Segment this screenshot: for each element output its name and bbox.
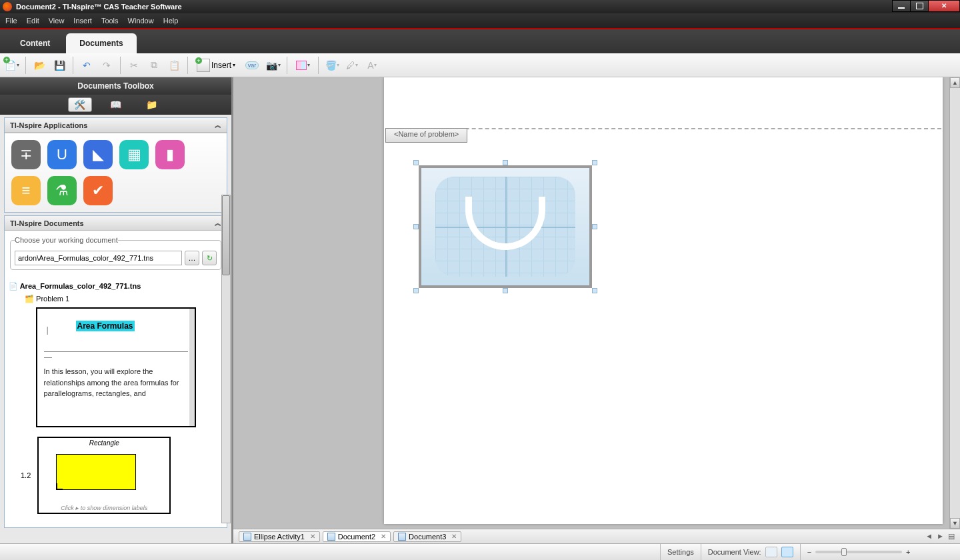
doc-path-input[interactable] <box>15 251 182 265</box>
menu-window[interactable]: Window <box>128 17 154 25</box>
menu-tools[interactable]: Tools <box>101 17 119 25</box>
paste-button[interactable]: 📋 <box>166 57 182 73</box>
problem-node[interactable]: 🗂️ Problem 1 <box>25 295 223 303</box>
scrollbar-thumb[interactable] <box>222 195 230 275</box>
tab-prev-button[interactable]: ◄ <box>925 532 933 541</box>
maximize-button[interactable] <box>910 0 929 12</box>
undo-button[interactable]: ↶ <box>79 57 95 73</box>
doc-tab-label: Document3 <box>409 533 446 541</box>
thumb-caption: Click ▸ to show dimension labels <box>39 505 169 511</box>
fill-color-button[interactable]: 🪣▾ <box>324 57 340 73</box>
scroll-down-button[interactable]: ▼ <box>950 518 960 529</box>
variables-button[interactable]: var <box>243 57 261 73</box>
page-thumbnail-1-2[interactable]: Rectangle Click ▸ to show dimension labe… <box>37 437 171 514</box>
documents-toolbox-panel: Documents Toolbox 🛠️ 📖 📁 TI-Nspire Appli… <box>0 77 233 543</box>
redo-button[interactable]: ↷ <box>99 57 115 73</box>
screen-capture-button[interactable]: 📷▾ <box>265 57 281 73</box>
close-tab-button[interactable]: ✕ <box>310 533 315 540</box>
section-applications-title: TI-Nspire Applications <box>10 121 87 129</box>
tab-next-button[interactable]: ► <box>937 532 944 541</box>
calculator-icon[interactable]: ∓ <box>11 140 41 169</box>
data-stats-icon[interactable]: ▮ <box>155 140 185 169</box>
layout-button[interactable]: ▾ <box>293 57 313 73</box>
menu-edit[interactable]: Edit <box>27 17 39 25</box>
resize-handle-ne[interactable] <box>592 160 597 165</box>
thumb-shape-label: Rectangle <box>39 438 169 448</box>
toolbox-tab-content[interactable]: 📁 <box>140 97 164 112</box>
doc-tab-label: Ellipse Activity1 <box>254 533 305 541</box>
toolbar: +📄▾ 📂 💾 ↶ ↷ ✂ ⧉ 📋 + Insert ▾ var 📷▾ ▾ 🪣▾… <box>0 53 960 77</box>
vernier-icon[interactable]: ⚗ <box>47 176 77 205</box>
problem-name-tab[interactable]: <Name of problem> <box>385 128 467 143</box>
geometry-icon[interactable]: ◣ <box>83 140 113 169</box>
document-tree: 📄 Area_Formulas_color_492_771.tns 🗂️ Pro… <box>5 275 227 527</box>
view-computer-button[interactable] <box>781 547 793 557</box>
document-icon <box>398 533 406 541</box>
open-doc-button[interactable]: 📂 <box>31 57 47 73</box>
close-button[interactable] <box>928 0 960 12</box>
document-view-segment: Document View: <box>701 544 800 560</box>
resize-handle-sw[interactable] <box>413 288 419 293</box>
minimize-button[interactable] <box>892 0 911 12</box>
resize-handle-nw[interactable] <box>413 160 419 165</box>
menu-insert[interactable]: Insert <box>73 17 92 25</box>
page-thumbnail-1-1[interactable]: | Area Formulas In this lesson, you will… <box>36 307 196 427</box>
doc-tab[interactable]: Document3✕ <box>393 531 461 542</box>
question-icon[interactable]: ✔ <box>83 176 113 205</box>
lists-icon[interactable]: ▦ <box>119 140 149 169</box>
graphs-app-icon-large <box>435 177 575 277</box>
line-color-button[interactable]: 🖊▾ <box>344 57 360 73</box>
separator <box>25 57 26 74</box>
window-controls <box>893 0 960 12</box>
section-documents-header[interactable]: TI-Nspire Documents ︽ <box>5 216 227 231</box>
menu-view[interactable]: View <box>49 17 65 25</box>
text-color-button[interactable]: A▾ <box>364 57 380 73</box>
zoom-in-button[interactable]: + <box>906 548 910 556</box>
doc-root[interactable]: 📄 Area_Formulas_color_492_771.tns <box>9 282 223 291</box>
doc-tab[interactable]: Document2✕ <box>323 531 391 542</box>
zoom-slider-knob[interactable] <box>841 548 847 556</box>
new-doc-button[interactable]: +📄▾ <box>4 57 20 73</box>
menu-help[interactable]: Help <box>163 17 179 25</box>
resize-handle-w[interactable] <box>413 224 419 229</box>
thumb-scrollbar[interactable] <box>189 309 195 426</box>
copy-button[interactable]: ⧉ <box>146 57 162 73</box>
notes-icon[interactable]: ≡ <box>11 176 41 205</box>
open-document-tabs: Ellipse Activity1✕Document2✕Document3✕ ◄… <box>233 529 960 543</box>
tab-content[interactable]: Content <box>7 33 63 53</box>
resize-handle-e[interactable] <box>592 224 597 229</box>
browse-button[interactable]: … <box>185 251 199 265</box>
close-tab-button[interactable]: ✕ <box>381 533 386 540</box>
selected-image-object[interactable] <box>419 165 592 288</box>
canvas-scrollbar[interactable]: ▲ ▼ <box>949 77 960 529</box>
close-tab-button[interactable]: ✕ <box>451 533 457 540</box>
save-button[interactable]: 💾 <box>51 57 67 73</box>
resize-handle-n[interactable] <box>503 160 508 165</box>
cut-button[interactable]: ✂ <box>126 57 142 73</box>
toolbox-tab-tools[interactable]: 🛠️ <box>68 97 92 112</box>
section-documents: TI-Nspire Documents ︽ Choose your workin… <box>4 215 227 528</box>
toolbox-tab-utilities[interactable]: 📖 <box>104 97 128 112</box>
app-logo-icon <box>3 2 12 11</box>
settings-segment[interactable]: Settings <box>660 544 701 560</box>
thumb-title: Area Formulas <box>76 321 135 331</box>
rectangle-shape <box>56 454 136 490</box>
resize-handle-s[interactable] <box>503 288 508 293</box>
section-applications-header[interactable]: TI-Nspire Applications ︽ <box>5 118 227 133</box>
doc-tab[interactable]: Ellipse Activity1✕ <box>239 531 320 542</box>
graphs-icon[interactable]: U <box>47 140 77 169</box>
zoom-out-button[interactable]: − <box>807 548 811 556</box>
document-page <box>384 77 943 524</box>
view-handheld-button[interactable] <box>765 547 777 557</box>
canvas[interactable]: <Name of problem> <box>233 77 949 529</box>
insert-button[interactable]: + Insert ▾ <box>193 57 239 74</box>
menu-file[interactable]: File <box>5 17 17 25</box>
refresh-button[interactable]: ↻ <box>202 251 217 265</box>
tab-list-button[interactable]: ▤ <box>948 532 955 541</box>
resize-handle-se[interactable] <box>592 288 597 293</box>
tab-documents[interactable]: Documents <box>66 33 136 53</box>
left-scrollbar[interactable] <box>221 195 231 523</box>
scroll-up-button[interactable]: ▲ <box>950 77 960 88</box>
doc-tab-label: Document2 <box>338 533 375 541</box>
zoom-slider[interactable] <box>815 551 902 553</box>
